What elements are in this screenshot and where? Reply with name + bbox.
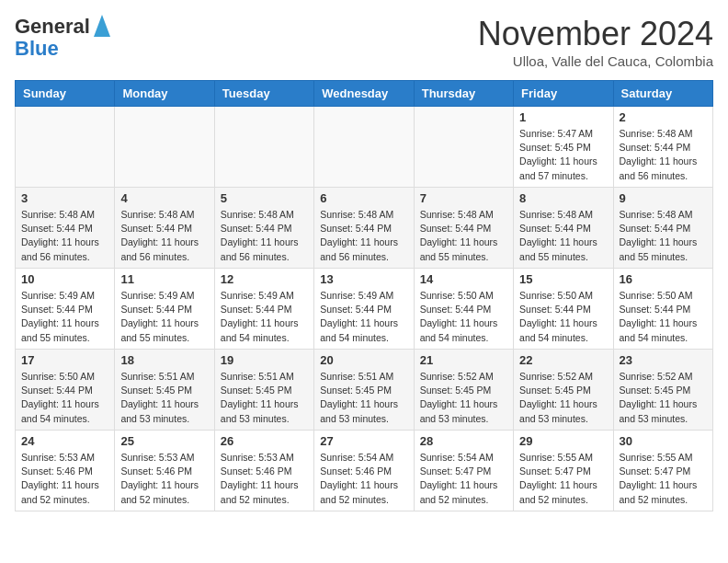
calendar-cell: 10Sunrise: 5:49 AMSunset: 5:44 PMDayligh… — [16, 269, 115, 350]
day-info: Sunrise: 5:48 AMSunset: 5:44 PMDaylight:… — [620, 208, 707, 264]
day-number: 21 — [420, 353, 507, 367]
day-info: Sunrise: 5:51 AMSunset: 5:45 PMDaylight:… — [120, 370, 208, 426]
calendar-cell: 28Sunrise: 5:54 AMSunset: 5:47 PMDayligh… — [414, 431, 513, 511]
calendar-cell: 29Sunrise: 5:55 AMSunset: 5:47 PMDayligh… — [514, 431, 613, 511]
calendar-cell: 20Sunrise: 5:51 AMSunset: 5:45 PMDayligh… — [314, 350, 414, 431]
day-number: 22 — [519, 353, 607, 367]
day-info: Sunrise: 5:52 AMSunset: 5:45 PMDaylight:… — [519, 370, 607, 426]
day-info: Sunrise: 5:50 AMSunset: 5:44 PMDaylight:… — [420, 289, 507, 345]
calendar-cell: 17Sunrise: 5:50 AMSunset: 5:44 PMDayligh… — [16, 350, 115, 431]
column-header-tuesday: Tuesday — [214, 81, 313, 107]
column-header-monday: Monday — [115, 81, 214, 107]
calendar-cell: 27Sunrise: 5:54 AMSunset: 5:46 PMDayligh… — [314, 431, 414, 511]
day-info: Sunrise: 5:53 AMSunset: 5:46 PMDaylight:… — [221, 451, 308, 507]
calendar-cell: 18Sunrise: 5:51 AMSunset: 5:45 PMDayligh… — [115, 350, 214, 431]
calendar-cell: 21Sunrise: 5:52 AMSunset: 5:45 PMDayligh… — [414, 350, 513, 431]
day-info: Sunrise: 5:48 AMSunset: 5:44 PMDaylight:… — [21, 208, 108, 264]
day-number: 27 — [320, 434, 407, 448]
day-info: Sunrise: 5:50 AMSunset: 5:44 PMDaylight:… — [519, 289, 607, 345]
day-info: Sunrise: 5:50 AMSunset: 5:44 PMDaylight:… — [620, 289, 707, 345]
calendar-week-row: 1Sunrise: 5:47 AMSunset: 5:45 PMDaylight… — [16, 107, 713, 188]
day-number: 19 — [221, 353, 308, 367]
day-number: 28 — [420, 434, 507, 448]
calendar-cell: 16Sunrise: 5:50 AMSunset: 5:44 PMDayligh… — [613, 269, 712, 350]
day-info: Sunrise: 5:47 AMSunset: 5:45 PMDaylight:… — [519, 127, 607, 183]
column-header-friday: Friday — [514, 81, 613, 107]
calendar-week-row: 10Sunrise: 5:49 AMSunset: 5:44 PMDayligh… — [16, 269, 713, 350]
logo-text-general: General — [15, 17, 90, 37]
calendar-cell: 7Sunrise: 5:48 AMSunset: 5:44 PMDaylight… — [414, 188, 513, 269]
day-info: Sunrise: 5:54 AMSunset: 5:46 PMDaylight:… — [320, 451, 407, 507]
calendar-cell: 25Sunrise: 5:53 AMSunset: 5:46 PMDayligh… — [115, 431, 214, 511]
calendar-cell: 5Sunrise: 5:48 AMSunset: 5:44 PMDaylight… — [214, 188, 313, 269]
day-number: 26 — [221, 434, 308, 448]
calendar-cell — [214, 107, 313, 188]
day-info: Sunrise: 5:54 AMSunset: 5:47 PMDaylight:… — [420, 451, 507, 507]
day-number: 2 — [620, 110, 707, 124]
day-info: Sunrise: 5:49 AMSunset: 5:44 PMDaylight:… — [21, 289, 108, 345]
calendar-cell: 13Sunrise: 5:49 AMSunset: 5:44 PMDayligh… — [314, 269, 414, 350]
day-number: 18 — [120, 353, 208, 367]
column-header-sunday: Sunday — [16, 81, 115, 107]
calendar-week-row: 24Sunrise: 5:53 AMSunset: 5:46 PMDayligh… — [16, 431, 713, 511]
day-number: 7 — [420, 191, 507, 205]
calendar-cell: 15Sunrise: 5:50 AMSunset: 5:44 PMDayligh… — [514, 269, 613, 350]
calendar-cell: 3Sunrise: 5:48 AMSunset: 5:44 PMDaylight… — [16, 188, 115, 269]
calendar-cell: 24Sunrise: 5:53 AMSunset: 5:46 PMDayligh… — [16, 431, 115, 511]
day-info: Sunrise: 5:52 AMSunset: 5:45 PMDaylight:… — [620, 370, 707, 426]
day-info: Sunrise: 5:48 AMSunset: 5:44 PMDaylight:… — [120, 208, 208, 264]
calendar-cell: 12Sunrise: 5:49 AMSunset: 5:44 PMDayligh… — [214, 269, 313, 350]
day-info: Sunrise: 5:48 AMSunset: 5:44 PMDaylight:… — [320, 208, 407, 264]
calendar-cell: 22Sunrise: 5:52 AMSunset: 5:45 PMDayligh… — [514, 350, 613, 431]
calendar-cell: 4Sunrise: 5:48 AMSunset: 5:44 PMDaylight… — [115, 188, 214, 269]
day-info: Sunrise: 5:55 AMSunset: 5:47 PMDaylight:… — [620, 451, 707, 507]
day-info: Sunrise: 5:48 AMSunset: 5:44 PMDaylight:… — [420, 208, 507, 264]
calendar-week-row: 3Sunrise: 5:48 AMSunset: 5:44 PMDaylight… — [16, 188, 713, 269]
calendar-cell: 30Sunrise: 5:55 AMSunset: 5:47 PMDayligh… — [613, 431, 712, 511]
day-info: Sunrise: 5:55 AMSunset: 5:47 PMDaylight:… — [519, 451, 607, 507]
calendar-cell: 26Sunrise: 5:53 AMSunset: 5:46 PMDayligh… — [214, 431, 313, 511]
calendar-cell: 2Sunrise: 5:48 AMSunset: 5:44 PMDaylight… — [613, 107, 712, 188]
page-title: November 2024 — [478, 15, 713, 53]
day-number: 10 — [21, 272, 108, 286]
day-number: 15 — [519, 272, 607, 286]
calendar-header-row: SundayMondayTuesdayWednesdayThursdayFrid… — [16, 81, 713, 107]
day-info: Sunrise: 5:50 AMSunset: 5:44 PMDaylight:… — [21, 370, 108, 426]
day-number: 30 — [620, 434, 707, 448]
calendar-cell: 8Sunrise: 5:48 AMSunset: 5:44 PMDaylight… — [514, 188, 613, 269]
day-number: 11 — [120, 272, 208, 286]
calendar-cell: 9Sunrise: 5:48 AMSunset: 5:44 PMDaylight… — [613, 188, 712, 269]
day-info: Sunrise: 5:49 AMSunset: 5:44 PMDaylight:… — [120, 289, 208, 345]
day-info: Sunrise: 5:53 AMSunset: 5:46 PMDaylight:… — [21, 451, 108, 507]
day-info: Sunrise: 5:48 AMSunset: 5:44 PMDaylight:… — [221, 208, 308, 264]
calendar-cell: 14Sunrise: 5:50 AMSunset: 5:44 PMDayligh… — [414, 269, 513, 350]
day-info: Sunrise: 5:49 AMSunset: 5:44 PMDaylight:… — [221, 289, 308, 345]
calendar-cell — [16, 107, 115, 188]
day-number: 5 — [221, 191, 308, 205]
day-info: Sunrise: 5:49 AMSunset: 5:44 PMDaylight:… — [320, 289, 407, 345]
day-number: 14 — [420, 272, 507, 286]
column-header-thursday: Thursday — [414, 81, 513, 107]
calendar-cell: 6Sunrise: 5:48 AMSunset: 5:44 PMDaylight… — [314, 188, 414, 269]
day-info: Sunrise: 5:52 AMSunset: 5:45 PMDaylight:… — [420, 370, 507, 426]
column-header-wednesday: Wednesday — [314, 81, 414, 107]
day-number: 16 — [620, 272, 707, 286]
day-info: Sunrise: 5:53 AMSunset: 5:46 PMDaylight:… — [120, 451, 208, 507]
day-info: Sunrise: 5:51 AMSunset: 5:45 PMDaylight:… — [320, 370, 407, 426]
page-header: General Blue November 2024 Ulloa, Valle … — [15, 15, 713, 69]
day-info: Sunrise: 5:48 AMSunset: 5:44 PMDaylight:… — [519, 208, 607, 264]
day-number: 25 — [120, 434, 208, 448]
calendar-cell — [414, 107, 513, 188]
day-number: 9 — [620, 191, 707, 205]
day-number: 12 — [221, 272, 308, 286]
day-number: 13 — [320, 272, 407, 286]
day-info: Sunrise: 5:51 AMSunset: 5:45 PMDaylight:… — [221, 370, 308, 426]
logo: General Blue — [15, 15, 112, 59]
day-number: 4 — [120, 191, 208, 205]
day-number: 8 — [519, 191, 607, 205]
calendar-cell — [115, 107, 214, 188]
title-block: November 2024 Ulloa, Valle del Cauca, Co… — [478, 15, 713, 69]
day-number: 23 — [620, 353, 707, 367]
svg-marker-0 — [94, 15, 110, 37]
day-info: Sunrise: 5:48 AMSunset: 5:44 PMDaylight:… — [620, 127, 707, 183]
